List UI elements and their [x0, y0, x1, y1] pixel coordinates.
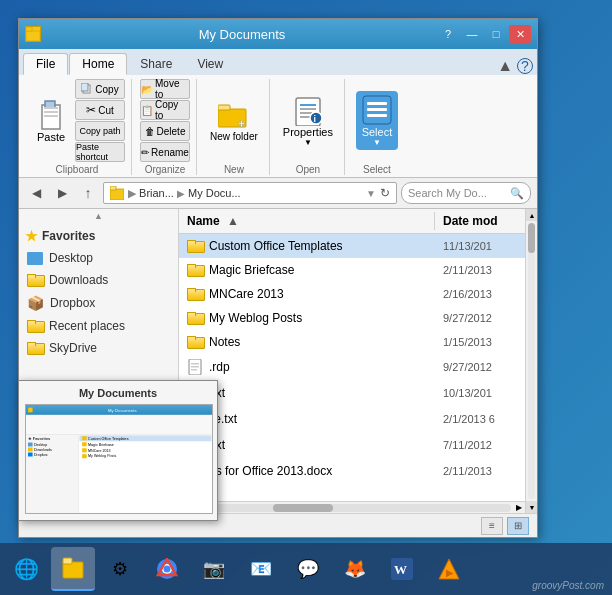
refresh-button[interactable]: ↻ [380, 186, 390, 200]
address-box[interactable]: ▶ Brian... ▶ My Docu... ▼ ↻ [103, 182, 397, 204]
back-button[interactable]: ◀ [25, 182, 47, 204]
svg-rect-24 [110, 186, 116, 190]
file-row-name: My Weblog Posts [179, 309, 435, 327]
new-folder-button[interactable]: + New folder [205, 96, 263, 145]
scroll-down-btn[interactable]: ▼ [526, 501, 537, 513]
svg-rect-23 [110, 189, 124, 200]
properties-label: Properties [283, 126, 333, 138]
file-list-header: Name ▲ Date mod [179, 209, 525, 234]
horizontal-scrollbar[interactable]: ◀ ▶ [179, 501, 525, 513]
tab-home[interactable]: Home [69, 53, 127, 75]
table-row[interactable]: Magic Briefcase 2/11/2013 [179, 258, 525, 282]
tab-file[interactable]: File [23, 53, 68, 75]
taskbar-app5[interactable]: 📷 [192, 547, 236, 591]
table-row[interactable]: Custom Office Templates 11/13/201 [179, 234, 525, 258]
favorites-section[interactable]: ★ Favorites [19, 223, 178, 247]
thumbnail-popup[interactable]: My Documents My Documents ★ Favorites De… [18, 380, 218, 521]
folder-icon [187, 312, 203, 325]
taskbar-firefox[interactable]: 🦊 [333, 547, 377, 591]
delete-button[interactable]: 🗑 Delete [140, 121, 190, 141]
up-button[interactable]: ↑ [77, 182, 99, 204]
table-row[interactable]: W es for Office 2013.docx 2/11/2013 [179, 458, 525, 484]
help-button[interactable]: ? [437, 25, 459, 43]
svg-point-41 [164, 566, 171, 573]
taskbar-ie[interactable]: 🌐 [4, 547, 48, 591]
taskbar-skype[interactable]: 💬 [286, 547, 330, 591]
properties-dropdown[interactable]: ▼ [304, 138, 312, 147]
clipboard-group-label: Clipboard [56, 164, 99, 175]
favorites-label: Favorites [42, 229, 95, 243]
sidebar-item-downloads[interactable]: Downloads [19, 269, 178, 291]
svg-rect-13 [300, 104, 316, 106]
sidebar-item-dropbox[interactable]: 📦 Dropbox [19, 291, 178, 315]
copy-to-button[interactable]: 📋 Copy to [140, 100, 190, 120]
view-list-btn[interactable]: ≡ [481, 517, 503, 535]
cut-button[interactable]: ✂ Cut [75, 100, 125, 120]
tab-view[interactable]: View [185, 53, 235, 75]
taskbar-word[interactable]: W [380, 547, 424, 591]
copy-path-button[interactable]: Copy path [75, 121, 125, 141]
close-button[interactable]: ✕ [509, 25, 531, 43]
new-folder-label: New folder [210, 131, 258, 142]
copy-button[interactable]: Copy [75, 79, 125, 99]
up-arrow-icon[interactable]: ▲ [497, 57, 513, 75]
search-box[interactable]: Search My Do... 🔍 [401, 182, 531, 204]
scroll-right-btn[interactable]: ▶ [513, 503, 525, 512]
view-details-btn[interactable]: ⊞ [507, 517, 529, 535]
vertical-scrollbar[interactable]: ▲ ▼ [525, 209, 537, 513]
table-row[interactable]: .rdp 9/27/2012 [179, 354, 525, 380]
col-header-name[interactable]: Name ▲ [179, 212, 435, 230]
svg-rect-27 [191, 366, 199, 368]
downloads-label: Downloads [49, 273, 108, 287]
table-row[interactable]: Notes 1/15/2013 [179, 330, 525, 354]
title-bar: My Documents ? — □ ✕ [19, 19, 537, 49]
minimize-button[interactable]: — [461, 25, 483, 43]
taskbar-explorer[interactable] [51, 547, 95, 591]
maximize-button[interactable]: □ [485, 25, 507, 43]
paste-icon [35, 99, 67, 131]
forward-button[interactable]: ▶ [51, 182, 73, 204]
ribbon-help: ▲ ? [497, 57, 537, 75]
organize-btns: 📂 Move to 📋 Copy to 🗑 Delete [140, 79, 190, 162]
hscroll-thumb[interactable] [273, 504, 333, 512]
sidebar-scroll-up[interactable]: ▲ [19, 209, 178, 223]
svg-rect-22 [367, 114, 387, 117]
table-row[interactable]: .txt 7/11/2012 [179, 432, 525, 458]
svg-text:+: + [238, 117, 245, 129]
file-icon [187, 359, 203, 375]
status-right: ≡ ⊞ [481, 517, 529, 535]
svg-rect-10 [218, 105, 230, 110]
select-dropdown[interactable]: ▼ [373, 138, 381, 147]
window-title: My Documents [47, 27, 437, 42]
table-row[interactable]: ile.txt 2/1/2013 6 [179, 406, 525, 432]
taskbar-chrome[interactable] [145, 547, 189, 591]
properties-button[interactable]: i Properties ▼ [278, 91, 338, 150]
new-folder-icon: + [218, 99, 250, 131]
sidebar-item-skydrive[interactable]: SkyDrive [19, 337, 178, 359]
paste-button[interactable]: Paste [29, 96, 73, 146]
select-group-label: Select [363, 164, 391, 175]
breadcrumb-dropdown[interactable]: ▼ [366, 188, 376, 199]
col-header-date[interactable]: Date mod [435, 212, 525, 230]
table-row[interactable]: MNCare 2013 2/16/2013 [179, 282, 525, 306]
vscroll-thumb[interactable] [528, 223, 535, 253]
rename-button[interactable]: ✏ Rename [140, 142, 190, 162]
file-row-date: 9/27/2012 [435, 310, 525, 326]
move-to-button[interactable]: 📂 Move to [140, 79, 190, 99]
file-list: Name ▲ Date mod Custom Office Templates … [179, 209, 525, 513]
taskbar-outlook[interactable]: 📧 [239, 547, 283, 591]
taskbar-app3[interactable]: ⚙ [98, 547, 142, 591]
paste-shortcut-button[interactable]: Paste shortcut [75, 142, 125, 162]
select-button[interactable]: Select ▼ [356, 91, 398, 150]
help-icon[interactable]: ? [517, 58, 533, 74]
tab-share[interactable]: Share [128, 53, 184, 75]
sidebar-item-recent[interactable]: Recent places [19, 315, 178, 337]
scroll-up-btn[interactable]: ▲ [526, 209, 537, 221]
taskbar-vlc[interactable]: ▶ [427, 547, 471, 591]
sidebar-item-desktop[interactable]: Desktop [19, 247, 178, 269]
breadcrumb: ▶ Brian... ▶ My Docu... [128, 187, 241, 200]
table-row[interactable]: My Weblog Posts 9/27/2012 [179, 306, 525, 330]
table-row[interactable]: .txt 10/13/201 [179, 380, 525, 406]
svg-rect-38 [63, 558, 72, 564]
folder-icon [187, 336, 203, 349]
